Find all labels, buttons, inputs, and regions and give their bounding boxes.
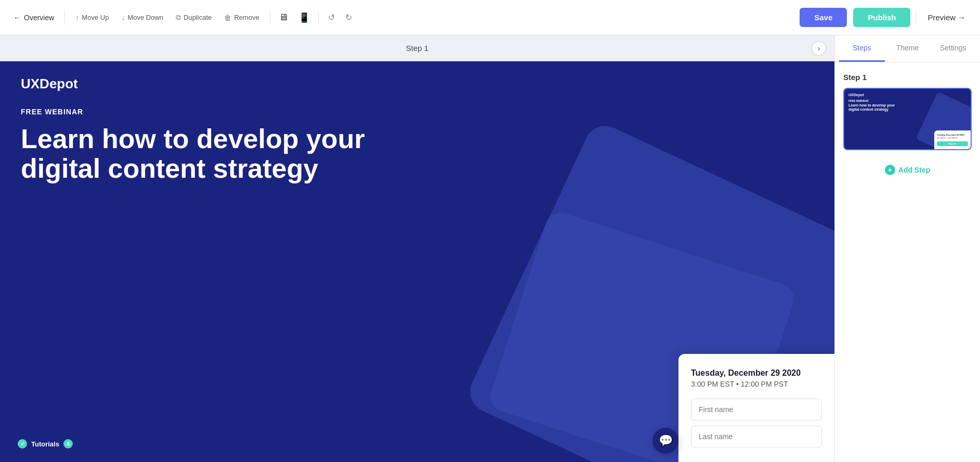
tab-settings[interactable]: Settings bbox=[930, 35, 976, 62]
reg-date: Tuesday, December 29 2020 bbox=[691, 368, 822, 378]
add-step-row[interactable]: + Add Step bbox=[843, 156, 972, 183]
step-thumbnail[interactable]: UXDepot FREE WEBINAR Learn how to develo… bbox=[843, 88, 972, 150]
tab-theme[interactable]: Theme bbox=[885, 35, 931, 62]
reg-time: 3:00 PM EST • 12:00 PM PST bbox=[691, 380, 822, 388]
webinar-header: UXDepot bbox=[0, 61, 834, 92]
overview-label: Overview bbox=[24, 14, 54, 22]
registration-card: Tuesday, December 29 2020 3:00 PM EST • … bbox=[678, 354, 834, 462]
move-down-label: Move Down bbox=[127, 14, 163, 21]
tutorials-label: Tutorials bbox=[31, 440, 59, 448]
duplicate-icon: ⧉ bbox=[176, 13, 181, 22]
thumb-title: Learn how to develop your digital conten… bbox=[848, 103, 895, 112]
redo-button[interactable]: ↻ bbox=[341, 9, 356, 25]
webinar-brand: UXDepot bbox=[21, 76, 814, 92]
step-bar-label: Step 1 bbox=[281, 44, 553, 52]
move-down-button[interactable]: ↓ Move Down bbox=[116, 10, 168, 25]
tutorials-count: 4 bbox=[63, 439, 73, 448]
move-up-icon: ↑ bbox=[75, 14, 79, 22]
tab-steps[interactable]: Steps bbox=[839, 35, 885, 62]
canvas-content[interactable]: UXDepot FREE WEBINAR Learn how to develo… bbox=[0, 61, 834, 462]
preview-button[interactable]: Preview → bbox=[921, 8, 972, 27]
move-up-button[interactable]: ↑ Move Up bbox=[70, 10, 114, 25]
right-sidebar: Steps Theme Settings Step 1 UXDepot FREE… bbox=[834, 35, 980, 462]
chat-button[interactable]: 💬 bbox=[652, 428, 678, 454]
chat-icon: 💬 bbox=[659, 434, 673, 447]
add-step-label: Add Step bbox=[898, 166, 930, 174]
save-button[interactable]: Save bbox=[800, 8, 847, 27]
duplicate-button[interactable]: ⧉ Duplicate bbox=[171, 10, 217, 25]
divider-1 bbox=[64, 10, 65, 25]
step-section-title: Step 1 bbox=[843, 73, 972, 82]
thumb-brand: UXDepot bbox=[848, 93, 864, 97]
publish-button[interactable]: Publish bbox=[853, 8, 910, 27]
thumb-register-btn: Register bbox=[937, 141, 968, 146]
first-name-input[interactable] bbox=[691, 399, 822, 420]
divider-2 bbox=[270, 10, 270, 25]
desktop-view-button[interactable]: 🖥 bbox=[276, 10, 291, 25]
thumb-inner: UXDepot FREE WEBINAR Learn how to develo… bbox=[844, 89, 971, 149]
back-arrow-icon: ← bbox=[14, 14, 21, 22]
thumb-card-date: Tuesday, December 29 2020 bbox=[937, 134, 968, 136]
sidebar-content: Step 1 UXDepot FREE WEBINAR Learn how to… bbox=[835, 62, 980, 462]
undo-button[interactable]: ↺ bbox=[324, 9, 339, 25]
last-name-input[interactable] bbox=[691, 426, 822, 447]
duplicate-label: Duplicate bbox=[184, 14, 212, 21]
tutorials-check-icon: ✓ bbox=[18, 439, 27, 448]
remove-icon: 🗑 bbox=[224, 14, 231, 22]
overview-button[interactable]: ← Overview bbox=[8, 10, 59, 25]
webinar-title: Learn how to develop your digital conten… bbox=[21, 124, 385, 183]
remove-button[interactable]: 🗑 Remove bbox=[219, 10, 264, 25]
main-layout: Step 1 › UXDepot FREE WEBINAR Learn how … bbox=[0, 35, 980, 462]
remove-label: Remove bbox=[234, 14, 259, 21]
toolbar: ← Overview ↑ Move Up ↓ Move Down ⧉ Dupli… bbox=[0, 0, 980, 35]
device-toggle: 🖥 📱 bbox=[276, 10, 313, 25]
thumb-tag: FREE WEBINAR bbox=[848, 99, 869, 102]
move-down-icon: ↓ bbox=[121, 14, 125, 22]
reg-form bbox=[691, 399, 822, 447]
undo-redo-group: ↺ ↻ bbox=[324, 9, 356, 25]
add-step-plus-icon: + bbox=[885, 165, 895, 175]
webinar-page: UXDepot FREE WEBINAR Learn how to develo… bbox=[0, 61, 834, 462]
divider-4 bbox=[916, 10, 916, 25]
thumb-card: Tuesday, December 29 2020 3:00 PM EST • … bbox=[934, 130, 971, 149]
sidebar-tabs: Steps Theme Settings bbox=[835, 35, 980, 62]
move-up-label: Move Up bbox=[82, 14, 109, 21]
divider-3 bbox=[318, 10, 319, 25]
canvas-area: Step 1 › UXDepot FREE WEBINAR Learn how … bbox=[0, 35, 834, 462]
step-bar-toggle[interactable]: › bbox=[812, 41, 826, 56]
mobile-view-button[interactable]: 📱 bbox=[295, 10, 313, 25]
thumb-card-time: 3:00 PM EST • 12:00 PM PST bbox=[937, 137, 968, 139]
webinar-tag: FREE WEBINAR bbox=[21, 108, 814, 116]
tutorials-badge[interactable]: ✓ Tutorials 4 bbox=[8, 434, 82, 454]
step-bar: Step 1 › bbox=[0, 35, 834, 61]
